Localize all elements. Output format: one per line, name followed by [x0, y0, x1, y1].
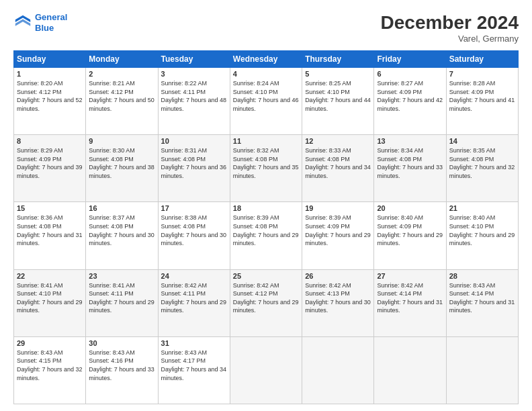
day-number: 17	[161, 204, 227, 212]
table-row: 11Sunrise: 8:32 AMSunset: 4:08 PMDayligh…	[230, 135, 302, 202]
day-number: 15	[17, 204, 83, 212]
page: General Blue December 2024 Varel, German…	[0, 0, 532, 411]
day-number: 13	[377, 137, 443, 145]
day-number: 1	[17, 70, 83, 78]
logo-line1: General	[35, 12, 67, 23]
table-row: 15Sunrise: 8:36 AMSunset: 4:08 PMDayligh…	[14, 202, 86, 269]
day-number: 31	[161, 339, 227, 347]
col-friday: Friday	[374, 51, 446, 68]
day-info: Sunrise: 8:42 AMSunset: 4:11 PMDaylight:…	[161, 281, 227, 315]
day-number: 28	[449, 272, 515, 280]
day-info: Sunrise: 8:39 AMSunset: 4:09 PMDaylight:…	[305, 214, 371, 247]
table-row: 29Sunrise: 8:43 AMSunset: 4:15 PMDayligh…	[14, 336, 86, 404]
day-number: 4	[233, 70, 299, 78]
logo: General Blue	[13, 12, 67, 33]
calendar-header-row: Sunday Monday Tuesday Wednesday Thursday…	[14, 51, 519, 68]
title-block: December 2024 Varel, Germany	[381, 12, 519, 44]
location: Varel, Germany	[381, 34, 519, 44]
day-number: 30	[89, 339, 154, 347]
day-info: Sunrise: 8:42 AMSunset: 4:13 PMDaylight:…	[305, 281, 371, 315]
day-number: 7	[449, 70, 515, 78]
day-info: Sunrise: 8:32 AMSunset: 4:08 PMDaylight:…	[233, 146, 299, 180]
table-row: 3Sunrise: 8:22 AMSunset: 4:11 PMDaylight…	[158, 68, 230, 135]
day-info: Sunrise: 8:34 AMSunset: 4:08 PMDaylight:…	[377, 146, 443, 180]
day-info: Sunrise: 8:30 AMSunset: 4:08 PMDaylight:…	[89, 146, 154, 180]
table-row: 17Sunrise: 8:38 AMSunset: 4:08 PMDayligh…	[158, 202, 230, 269]
day-info: Sunrise: 8:43 AMSunset: 4:16 PMDaylight:…	[89, 349, 154, 382]
day-info: Sunrise: 8:31 AMSunset: 4:08 PMDaylight:…	[161, 146, 227, 180]
day-number: 23	[89, 272, 154, 280]
table-row: 22Sunrise: 8:41 AMSunset: 4:10 PMDayligh…	[14, 269, 86, 336]
day-info: Sunrise: 8:39 AMSunset: 4:08 PMDaylight:…	[233, 214, 299, 247]
col-wednesday: Wednesday	[230, 51, 302, 68]
table-row: 23Sunrise: 8:41 AMSunset: 4:11 PMDayligh…	[86, 269, 158, 336]
table-row: 12Sunrise: 8:33 AMSunset: 4:08 PMDayligh…	[302, 135, 374, 202]
table-row: 8Sunrise: 8:29 AMSunset: 4:09 PMDaylight…	[14, 135, 86, 202]
table-row	[302, 336, 374, 404]
table-row: 13Sunrise: 8:34 AMSunset: 4:08 PMDayligh…	[374, 135, 446, 202]
table-row: 31Sunrise: 8:43 AMSunset: 4:17 PMDayligh…	[158, 336, 230, 404]
col-saturday: Saturday	[446, 51, 518, 68]
day-number: 5	[305, 70, 371, 78]
table-row: 14Sunrise: 8:35 AMSunset: 4:08 PMDayligh…	[446, 135, 518, 202]
calendar-week-row: 8Sunrise: 8:29 AMSunset: 4:09 PMDaylight…	[14, 135, 519, 202]
day-info: Sunrise: 8:43 AMSunset: 4:14 PMDaylight:…	[449, 281, 515, 315]
table-row: 5Sunrise: 8:25 AMSunset: 4:10 PMDaylight…	[302, 68, 374, 135]
day-number: 2	[89, 70, 154, 78]
day-info: Sunrise: 8:22 AMSunset: 4:11 PMDaylight:…	[161, 79, 227, 113]
day-number: 21	[449, 204, 515, 212]
day-number: 19	[305, 204, 371, 212]
col-thursday: Thursday	[302, 51, 374, 68]
day-number: 9	[89, 137, 154, 145]
day-info: Sunrise: 8:42 AMSunset: 4:14 PMDaylight:…	[377, 281, 443, 315]
col-monday: Monday	[86, 51, 158, 68]
day-info: Sunrise: 8:33 AMSunset: 4:08 PMDaylight:…	[305, 146, 371, 180]
day-number: 29	[17, 339, 83, 347]
table-row: 25Sunrise: 8:42 AMSunset: 4:12 PMDayligh…	[230, 269, 302, 336]
day-number: 25	[233, 272, 299, 280]
table-row: 20Sunrise: 8:40 AMSunset: 4:09 PMDayligh…	[374, 202, 446, 269]
calendar-week-row: 15Sunrise: 8:36 AMSunset: 4:08 PMDayligh…	[14, 202, 519, 269]
table-row	[230, 336, 302, 404]
logo-icon	[13, 13, 32, 32]
day-number: 10	[161, 137, 227, 145]
day-number: 6	[377, 70, 443, 78]
table-row: 19Sunrise: 8:39 AMSunset: 4:09 PMDayligh…	[302, 202, 374, 269]
day-info: Sunrise: 8:25 AMSunset: 4:10 PMDaylight:…	[305, 79, 371, 113]
day-number: 3	[161, 70, 227, 78]
logo-line2: Blue	[35, 23, 67, 34]
table-row: 21Sunrise: 8:40 AMSunset: 4:10 PMDayligh…	[446, 202, 518, 269]
table-row: 26Sunrise: 8:42 AMSunset: 4:13 PMDayligh…	[302, 269, 374, 336]
day-info: Sunrise: 8:40 AMSunset: 4:09 PMDaylight:…	[377, 214, 443, 247]
day-info: Sunrise: 8:24 AMSunset: 4:10 PMDaylight:…	[233, 79, 299, 113]
month-title: December 2024	[381, 12, 519, 34]
header: General Blue December 2024 Varel, German…	[13, 12, 519, 44]
day-number: 12	[305, 137, 371, 145]
table-row: 27Sunrise: 8:42 AMSunset: 4:14 PMDayligh…	[374, 269, 446, 336]
table-row: 28Sunrise: 8:43 AMSunset: 4:14 PMDayligh…	[446, 269, 518, 336]
day-number: 16	[89, 204, 154, 212]
day-info: Sunrise: 8:40 AMSunset: 4:10 PMDaylight:…	[449, 214, 515, 247]
calendar-week-row: 29Sunrise: 8:43 AMSunset: 4:15 PMDayligh…	[14, 336, 519, 404]
day-info: Sunrise: 8:38 AMSunset: 4:08 PMDaylight:…	[161, 214, 227, 247]
table-row: 4Sunrise: 8:24 AMSunset: 4:10 PMDaylight…	[230, 68, 302, 135]
day-info: Sunrise: 8:27 AMSunset: 4:09 PMDaylight:…	[377, 79, 443, 113]
day-number: 27	[377, 272, 443, 280]
day-number: 11	[233, 137, 299, 145]
day-info: Sunrise: 8:43 AMSunset: 4:17 PMDaylight:…	[161, 349, 227, 382]
day-info: Sunrise: 8:36 AMSunset: 4:08 PMDaylight:…	[17, 214, 83, 247]
table-row: 30Sunrise: 8:43 AMSunset: 4:16 PMDayligh…	[86, 336, 158, 404]
table-row: 18Sunrise: 8:39 AMSunset: 4:08 PMDayligh…	[230, 202, 302, 269]
logo-text: General Blue	[35, 12, 67, 33]
day-number: 18	[233, 204, 299, 212]
day-info: Sunrise: 8:20 AMSunset: 4:12 PMDaylight:…	[17, 79, 83, 113]
day-number: 8	[17, 137, 83, 145]
day-info: Sunrise: 8:43 AMSunset: 4:15 PMDaylight:…	[17, 349, 83, 382]
table-row: 1Sunrise: 8:20 AMSunset: 4:12 PMDaylight…	[14, 68, 86, 135]
table-row: 7Sunrise: 8:28 AMSunset: 4:09 PMDaylight…	[446, 68, 518, 135]
day-number: 22	[17, 272, 83, 280]
calendar-week-row: 1Sunrise: 8:20 AMSunset: 4:12 PMDaylight…	[14, 68, 519, 135]
table-row: 9Sunrise: 8:30 AMSunset: 4:08 PMDaylight…	[86, 135, 158, 202]
table-row: 2Sunrise: 8:21 AMSunset: 4:12 PMDaylight…	[86, 68, 158, 135]
day-number: 26	[305, 272, 371, 280]
